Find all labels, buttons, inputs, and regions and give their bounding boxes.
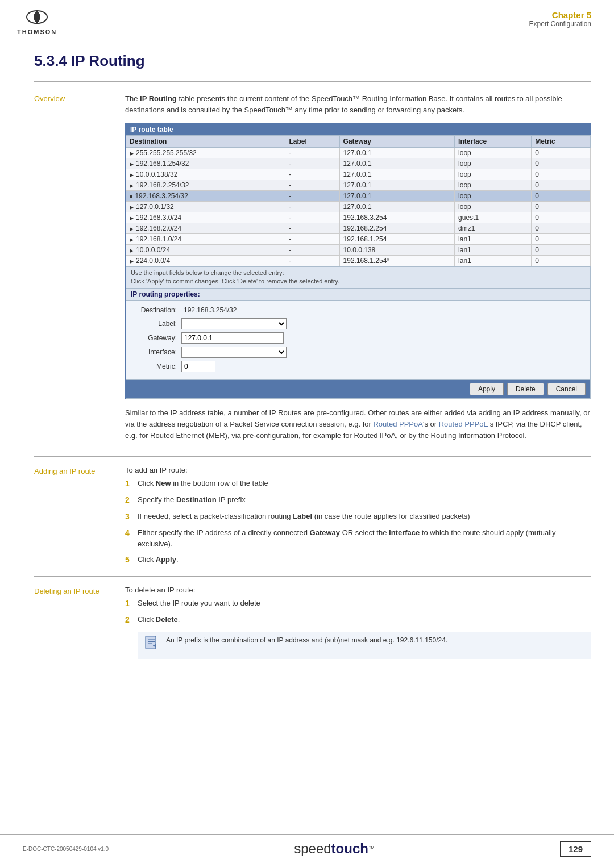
svg-rect-1 [146,636,156,649]
cell-destination: ▶192.168.1.254/32 [126,158,285,169]
footer-doc-id: E-DOC-CTC-20050429-0104 v1.0 [23,846,109,852]
apply-button[interactable]: Apply [470,383,504,395]
destination-label: Destination: [133,306,181,314]
logo-text: THOMSON [17,28,57,35]
cell-interface: lan1 [455,234,532,245]
cell-label: - [285,202,339,212]
gateway-input[interactable] [181,332,284,344]
cell-metric: 0 [532,202,591,212]
overview-section: Overview The IP Routing table presents t… [34,93,591,450]
footer-speed: speed [294,841,331,856]
link-routed-pppoa[interactable]: Routed PPPoA [373,420,422,428]
table-row[interactable]: ■192.168.3.254/32 - 127.0.0.1 loop 0 [126,191,591,202]
metric-label: Metric: [133,362,181,370]
label-select[interactable] [181,318,287,329]
note-box: An IP prefix is the combination of an IP… [138,632,591,659]
cell-metric: 0 [532,256,591,266]
cancel-button[interactable]: Cancel [547,383,586,395]
cell-gateway: 127.0.0.1 [339,180,455,191]
adding-intro: To add an IP route: [125,466,591,474]
cell-gateway: 127.0.0.1 [339,169,455,180]
cell-interface: guest1 [455,212,532,223]
form-row-metric: Metric: [133,361,583,372]
chapter-subtitle: Expert Configuration [529,20,591,28]
cell-interface: loop [455,169,532,180]
cell-gateway: 127.0.0.1 [339,158,455,169]
cell-destination: ▶10.0.0.138/32 [126,169,285,180]
properties-form: Destination: 192.168.3.254/32 Label: Gat… [126,301,591,380]
cell-metric: 0 [532,212,591,223]
table-row[interactable]: ▶192.168.1.254/32 - 127.0.0.1 loop 0 [126,158,591,169]
list-item: 1 Click New in the bottom row of the tab… [125,478,591,490]
metric-input[interactable] [181,361,215,372]
table-row[interactable]: ▶10.0.0.0/24 - 10.0.0.138 lan1 0 [126,245,591,256]
destination-value: 192.168.3.254/32 [181,305,239,315]
page-number: 129 [560,841,591,857]
delete-button[interactable]: Delete [507,383,544,395]
table-row[interactable]: ▶127.0.0.1/32 - 127.0.0.1 loop 0 [126,202,591,212]
cell-metric: 0 [532,191,591,202]
description-paragraph: Similar to the IP address table, a numbe… [125,407,591,441]
list-item: 2 Specify the Destination IP prefix [125,494,591,506]
list-item: 4 Either specify the IP address of a dir… [125,527,591,549]
col-gateway: Gateway [339,136,455,148]
form-row-destination: Destination: 192.168.3.254/32 [133,305,583,315]
main-content: Overview The IP Routing table presents t… [0,82,614,676]
cell-gateway: 192.168.1.254* [339,256,455,266]
col-metric: Metric [532,136,591,148]
cell-metric: 0 [532,169,591,180]
info-line2: Click 'Apply' to commit changes. Click '… [131,278,339,285]
overview-label: Overview [34,93,125,103]
deleting-label: Deleting an IP route [34,586,125,595]
page-footer: E-DOC-CTC-20050429-0104 v1.0 speedtouch™… [0,834,614,857]
table-row[interactable]: ▶10.0.0.138/32 - 127.0.0.1 loop 0 [126,169,591,180]
cell-gateway: 192.168.1.254 [339,234,455,245]
ip-route-table-container: IP route table Destination Label Gateway… [125,123,591,399]
list-item: 3 If needed, select a packet-classificat… [125,511,591,523]
table-row[interactable]: ▶192.168.1.0/24 - 192.168.1.254 lan1 0 [126,234,591,245]
interface-select[interactable] [181,347,287,358]
cell-label: - [285,158,339,169]
overview-text: The IP Routing table presents the curren… [125,93,591,115]
cell-interface: dmz1 [455,223,532,234]
table-row[interactable]: ▶255.255.255.255/32 - 127.0.0.1 loop 0 [126,148,591,158]
ip-route-table-title: IP route table [126,124,591,135]
footer-tm: ™ [368,845,375,852]
deleting-intro: To delete an IP route: [125,586,591,594]
cell-metric: 0 [532,158,591,169]
cell-destination: ▶192.168.2.0/24 [126,223,285,234]
list-item: 1 Select the IP route you want to delete [125,598,591,610]
note-icon [143,635,161,656]
cell-metric: 0 [532,180,591,191]
footer-touch: touch [331,841,368,856]
note-text: An IP prefix is the combination of an IP… [166,635,586,645]
adding-label: Adding an IP route [34,466,125,475]
cell-interface: loop [455,148,532,158]
form-row-gateway: Gateway: [133,332,583,344]
cell-interface: loop [455,180,532,191]
col-destination: Destination [126,136,285,148]
chapter-label: Chapter 5 [529,10,591,20]
cell-label: - [285,148,339,158]
divider-adding [34,456,591,457]
label-label: Label: [133,320,181,328]
cell-destination: ▶192.168.3.0/24 [126,212,285,223]
chapter-info: Chapter 5 Expert Configuration [529,10,591,28]
cell-metric: 0 [532,245,591,256]
table-row[interactable]: ▶192.168.3.0/24 - 192.168.3.254 guest1 0 [126,212,591,223]
logo-area: THOMSON [17,10,57,35]
cell-destination: ▶127.0.0.1/32 [126,202,285,212]
cell-destination: ▶10.0.0.0/24 [126,245,285,256]
divider-deleting [34,576,591,577]
table-row[interactable]: ▶192.168.2.0/24 - 192.168.2.254 dmz1 0 [126,223,591,234]
table-row[interactable]: ▶192.168.2.254/32 - 127.0.0.1 loop 0 [126,180,591,191]
link-routed-pppoe[interactable]: Routed PPPoE [439,420,488,428]
cell-gateway: 127.0.0.1 [339,148,455,158]
footer-logo: speedtouch™ [294,841,375,857]
page-title: 5.3.4 IP Routing [34,52,591,70]
adding-steps: 1 Click New in the bottom row of the tab… [125,478,591,566]
page-header: THOMSON Chapter 5 Expert Configuration [0,0,614,35]
cell-metric: 0 [532,223,591,234]
table-row[interactable]: ▶224.0.0.0/4 - 192.168.1.254* lan1 0 [126,256,591,266]
cell-interface: loop [455,191,532,202]
